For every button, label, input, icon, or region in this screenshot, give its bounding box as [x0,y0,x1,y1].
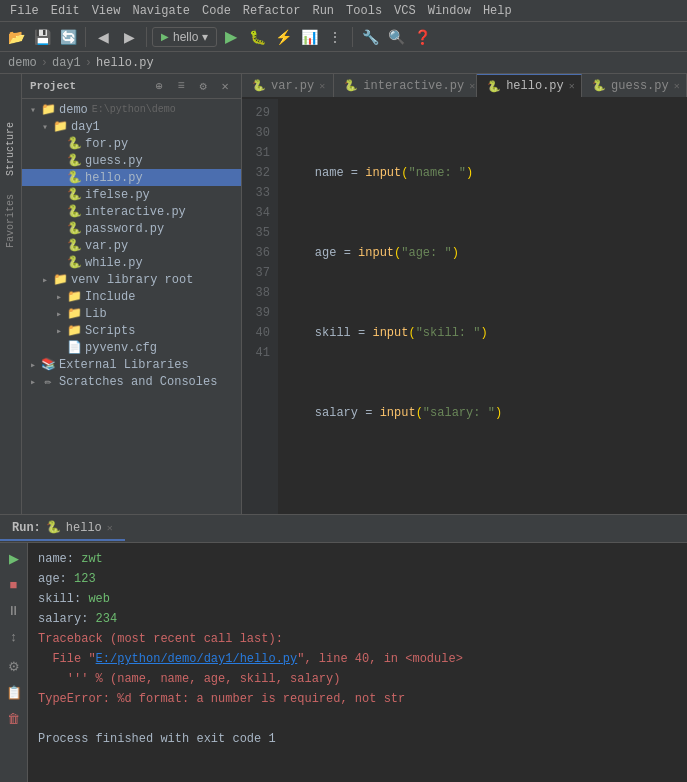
tab-var-icon: 🐍 [252,79,266,92]
run-clear-btn[interactable]: 🗑 [3,707,25,729]
tree-label-include: Include [85,290,135,304]
panel-close-btn[interactable]: ✕ [217,78,233,94]
code-content[interactable]: name = input("name: ") age = input("age:… [278,99,687,514]
vtab-structure[interactable]: Structure [2,114,19,184]
tab-guess[interactable]: 🐍 guess.py ✕ [582,74,687,97]
menu-help[interactable]: Help [477,0,518,22]
coverage-btn[interactable]: ⚡ [271,25,295,49]
menu-window[interactable]: Window [422,0,477,22]
tree-item-demo[interactable]: ▾ 📁 demo E:\python\demo [22,101,241,118]
tree-item-password[interactable]: 🐍 password.py [22,220,241,237]
extlib-icon: 📚 [40,357,56,372]
debug-btn[interactable]: 🐛 [245,25,269,49]
toolbar-forward-btn[interactable]: ▶ [117,25,141,49]
tree-item-scratches[interactable]: ▸ ✏️ Scratches and Consoles [22,373,241,390]
run-dump-btn[interactable]: 📋 [3,681,25,703]
code-fn-input2: input [358,246,394,260]
search-btn[interactable]: 🔍 [384,25,408,49]
run-stop-btn[interactable]: ■ [3,573,25,595]
tree-item-day1[interactable]: ▾ 📁 day1 [22,118,241,135]
help-btn[interactable]: ❓ [410,25,434,49]
password-py-icon: 🐍 [66,221,82,236]
tree-arrow-interactive [52,206,66,217]
run-pause-btn[interactable]: ⏸ [3,599,25,621]
panel-settings-btn[interactable]: ⚙ [195,78,211,94]
linenum-33: 33 [250,183,270,203]
lib-icon: 📁 [66,306,82,321]
panel-expand-btn[interactable]: ≡ [173,78,189,94]
more-run-btn[interactable]: ⋮ [323,25,347,49]
tree-item-interactive[interactable]: 🐍 interactive.py [22,203,241,220]
tab-interactive[interactable]: 🐍 interactive.py ✕ [334,74,477,97]
run-settings2-btn[interactable]: ⚙ [3,655,25,677]
profile-btn[interactable]: 📊 [297,25,321,49]
breadcrumb-sep1: › [41,56,48,70]
code-line-31: skill = input("skill: ") [286,323,679,343]
breadcrumb-demo[interactable]: demo [8,56,37,70]
tab-hello[interactable]: 🐍 hello.py ✕ [477,74,582,97]
menu-view[interactable]: View [86,0,127,22]
tree-item-var[interactable]: 🐍 var.py [22,237,241,254]
tree-arrow-pyvenv [52,342,66,353]
tab-guess-label: guess.py [611,79,669,93]
breadcrumb-hello[interactable]: hello.py [96,56,154,70]
tree-label-extlib: External Libraries [59,358,189,372]
menu-code[interactable]: Code [196,0,237,22]
run-step-btn[interactable]: ↕ [3,625,25,647]
output-exit: Process finished with exit code 1 [38,729,677,749]
run-play-btn[interactable]: ▶ [3,547,25,569]
menu-run[interactable]: Run [306,0,340,22]
menu-file[interactable]: File [4,0,45,22]
run-tab-close[interactable]: ✕ [107,522,113,534]
panel-title: Project [30,80,145,92]
play-btn[interactable]: ▶ [219,25,243,49]
run-config-btn[interactable]: ▶ hello ▾ [152,27,217,47]
breadcrumb-day1[interactable]: day1 [52,56,81,70]
tree-label-for: for.py [85,137,128,151]
editor-tabs: 🐍 var.py ✕ 🐍 interactive.py ✕ 🐍 hello.py… [242,74,687,99]
tree-item-hello[interactable]: 🐍 hello.py [22,169,241,186]
bottom-panel: Run: 🐍 hello ✕ ▶ ■ ⏸ ↕ ⚙ 📋 🗑 name: zwt a… [0,514,687,782]
tree-item-pyvenv[interactable]: 📄 pyvenv.cfg [22,339,241,356]
settings-btn[interactable]: 🔧 [358,25,382,49]
tree-item-lib[interactable]: ▸ 📁 Lib [22,305,241,322]
toolbar-sep1 [85,27,86,47]
menu-vcs[interactable]: VCS [388,0,422,22]
menu-navigate[interactable]: Navigate [126,0,196,22]
toolbar-save-btn[interactable]: 💾 [30,25,54,49]
menu-refactor[interactable]: Refactor [237,0,307,22]
toolbar: 📂 💾 🔄 ◀ ▶ ▶ hello ▾ ▶ 🐛 ⚡ 📊 ⋮ 🔧 🔍 ❓ [0,22,687,52]
linenum-38: 38 [250,283,270,303]
tab-guess-close[interactable]: ✕ [674,79,680,93]
tree-item-while[interactable]: 🐍 while.py [22,254,241,271]
tree-item-include[interactable]: ▸ 📁 Include [22,288,241,305]
linenum-30: 30 [250,123,270,143]
output-name-val: zwt [81,552,103,566]
tab-interactive-close[interactable]: ✕ [469,79,475,93]
menu-tools[interactable]: Tools [340,0,388,22]
toolbar-back-btn[interactable]: ◀ [91,25,115,49]
run-tab[interactable]: Run: 🐍 hello ✕ [0,516,125,541]
run-sidebar: ▶ ■ ⏸ ↕ ⚙ 📋 🗑 [0,543,28,782]
toolbar-folder-btn[interactable]: 📂 [4,25,28,49]
output-file-link[interactable]: E:/python/demo/day1/hello.py [96,652,298,666]
vtab-favorites[interactable]: Favorites [2,186,19,256]
tab-hello-close[interactable]: ✕ [569,79,575,93]
output-line-4: salary: 234 [38,609,677,629]
toolbar-refresh-btn[interactable]: 🔄 [56,25,80,49]
tree-item-ifelse[interactable]: 🐍 ifelse.py [22,186,241,203]
code-editor[interactable]: 29 30 31 32 33 34 35 36 37 38 39 40 41 n… [242,99,687,514]
code-var-age: age [315,246,337,260]
tree-item-extlib[interactable]: ▸ 📚 External Libraries [22,356,241,373]
guess-py-icon: 🐍 [66,153,82,168]
tree-item-venv[interactable]: ▸ 📁 venv library root [22,271,241,288]
tree-item-scripts[interactable]: ▸ 📁 Scripts [22,322,241,339]
output-skill-label: skill: [38,592,88,606]
tree-item-for[interactable]: 🐍 for.py [22,135,241,152]
code-line-32: salary = input("salary: ") [286,403,679,423]
menu-edit[interactable]: Edit [45,0,86,22]
tree-item-guess[interactable]: 🐍 guess.py [22,152,241,169]
tab-var-close[interactable]: ✕ [319,79,325,93]
panel-add-btn[interactable]: ⊕ [151,78,167,94]
tab-var[interactable]: 🐍 var.py ✕ [242,74,334,97]
